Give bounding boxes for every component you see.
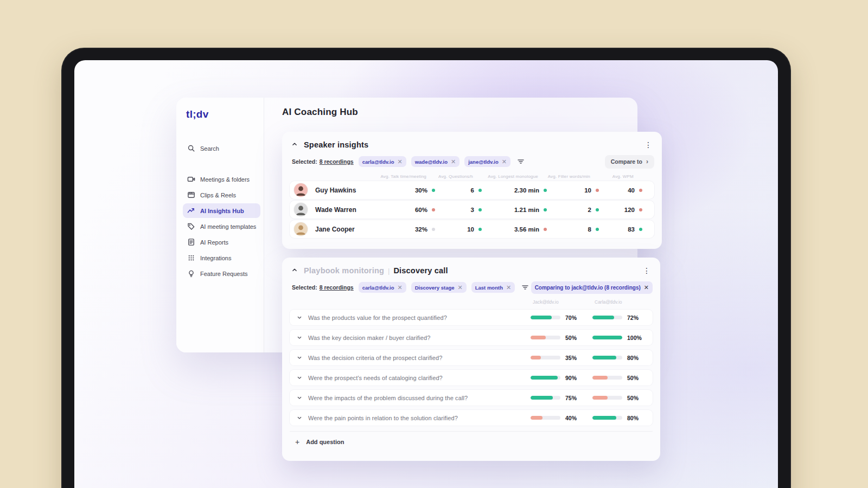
metric-cell: 3: [435, 207, 482, 213]
chevron-down-icon[interactable]: [296, 335, 303, 341]
progress-fill: [531, 316, 552, 319]
close-icon[interactable]: ✕: [397, 158, 402, 165]
question-row[interactable]: Was the decision criteria of the prospec…: [290, 350, 653, 365]
filter-icon[interactable]: [517, 158, 525, 165]
question-row[interactable]: Were the prospect's needs of cataloging …: [290, 370, 653, 386]
compare-to-button[interactable]: Compare to ›: [605, 155, 654, 169]
laptop-screen: tl;dv Search Meetings & foldersClips & R…: [74, 60, 778, 488]
table-row[interactable]: Wade Warren60%31.21 min2120: [290, 201, 654, 219]
filter-chip[interactable]: wade@tldv.io✕: [411, 156, 460, 167]
column-header: Avg. Filler words/min: [547, 174, 599, 179]
chevron-down-icon[interactable]: [296, 314, 303, 321]
question-text: Were the pain points in relation to the …: [308, 415, 531, 421]
add-question-button[interactable]: + Add question: [290, 431, 653, 447]
sidebar-item-feature-requests[interactable]: Feature Requests: [183, 266, 260, 281]
add-question-label: Add question: [306, 439, 344, 445]
speaker-column-headers: Avg. Talk time/meetingAvg. Questions/hAv…: [290, 173, 654, 179]
close-icon[interactable]: ✕: [644, 284, 649, 291]
sidebar-item-clips-reels[interactable]: Clips & Reels: [183, 188, 260, 202]
table-row[interactable]: Guy Hawkins30%62.30 min1040: [290, 181, 654, 199]
question-row[interactable]: Was the products value for the prospect …: [290, 310, 653, 325]
metric-cell: 10: [435, 226, 482, 233]
chevron-down-icon[interactable]: [296, 395, 303, 401]
filter-chip[interactable]: carla@tldv.io✕: [359, 156, 406, 167]
filter-icon[interactable]: [521, 284, 529, 291]
filter-chip[interactable]: Discovery stage✕: [411, 282, 467, 293]
sidebar-item-ai-insights-hub[interactable]: AI Insights Hub: [183, 203, 260, 218]
sidebar-item-ai-meeting-templates[interactable]: AI meeting templates: [183, 219, 260, 234]
close-icon[interactable]: ✕: [458, 284, 463, 291]
table-row[interactable]: Jane Cooper32%103.56 min883: [290, 220, 654, 238]
playbook-title: Discovery call: [393, 266, 448, 275]
search-button[interactable]: Search: [183, 141, 260, 156]
playbook-panel-header: Playbook monitoring | Discovery call ⋮: [290, 264, 653, 277]
video-camera-icon: [187, 175, 195, 183]
metric-value: 2.30 min: [514, 187, 539, 194]
sidebar-item-integrations[interactable]: Integrations: [183, 251, 260, 265]
score-bar-group: 35%: [531, 355, 584, 361]
close-icon[interactable]: ✕: [397, 284, 402, 291]
grid-dots-icon: [187, 254, 195, 262]
chevron-down-icon[interactable]: [296, 355, 303, 361]
filter-chip[interactable]: carla@tldv.io✕: [359, 282, 406, 293]
close-icon[interactable]: ✕: [451, 158, 456, 165]
progress-bar: [531, 396, 560, 400]
score-value: 50%: [627, 375, 645, 381]
comparing-chip[interactable]: Comparing to jack@tldv.io (8 recordings)…: [531, 281, 653, 294]
metric-value: 3: [471, 207, 474, 213]
sidebar-item-label: Meetings & folders: [200, 176, 250, 183]
progress-bar: [531, 356, 560, 359]
score-bar-group: 75%: [531, 395, 584, 401]
speaker-name: Guy Hawkins: [315, 187, 374, 194]
sidebar-item-ai-reports[interactable]: AI Reports: [183, 235, 260, 249]
chevron-down-icon[interactable]: [296, 415, 303, 421]
question-row[interactable]: Were the pain points in relation to the …: [290, 410, 653, 426]
question-row[interactable]: Was the key decision maker / buyer clari…: [290, 330, 653, 345]
question-row[interactable]: Were the impacts of the problem discusse…: [290, 390, 653, 406]
laptop-frame: tl;dv Search Meetings & foldersClips & R…: [61, 48, 791, 488]
speaker-panel-header: Speaker insights ⋮: [290, 138, 654, 151]
close-icon[interactable]: ✕: [502, 158, 507, 165]
score-bar-group: 90%: [531, 375, 584, 381]
metric-value: 40: [628, 187, 635, 194]
metric-cell: 32%: [374, 226, 435, 233]
score-value: 80%: [627, 355, 645, 361]
metric-value: 120: [624, 207, 635, 213]
selected-count-link[interactable]: 8 recordings: [320, 158, 354, 165]
filter-chip-label: carla@tldv.io: [362, 159, 394, 165]
speaker-table: Guy Hawkins30%62.30 min1040Wade Warren60…: [290, 181, 654, 238]
filter-chip-label: carla@tldv.io: [362, 285, 394, 291]
avatar: [294, 183, 308, 197]
metric-cell: 6: [435, 187, 482, 194]
title-separator: |: [388, 267, 390, 275]
metric-value: 2: [588, 207, 591, 213]
chevron-down-icon[interactable]: [296, 375, 303, 381]
metric-value: 30%: [415, 187, 427, 194]
column-header: Avg. Talk time/meeting: [374, 174, 435, 179]
pulse-chart-icon: [187, 207, 195, 215]
metric-cell: 8: [547, 226, 599, 233]
filter-chip[interactable]: Last month✕: [471, 282, 515, 293]
kebab-menu-icon[interactable]: ⋮: [641, 266, 653, 275]
question-text: Was the decision criteria of the prospec…: [308, 355, 531, 361]
selected-count-link[interactable]: 8 recordings: [320, 284, 354, 291]
sidebar-item-label: AI meeting templates: [200, 223, 256, 230]
filter-chip-label: wade@tldv.io: [415, 159, 448, 165]
collapse-chevron-up-icon[interactable]: [291, 140, 299, 149]
score-bar-group: 80%: [592, 415, 646, 421]
kebab-menu-icon[interactable]: ⋮: [642, 140, 654, 150]
question-text: Were the prospect's needs of cataloging …: [308, 375, 531, 381]
avatar: [294, 203, 308, 216]
search-icon: [187, 144, 195, 152]
close-icon[interactable]: ✕: [506, 284, 511, 291]
sidebar-item-meetings-folders[interactable]: Meetings & folders: [183, 172, 260, 187]
sidebar-item-label: Clips & Reels: [200, 192, 236, 198]
collapse-chevron-up-icon[interactable]: [291, 266, 299, 275]
progress-fill: [592, 356, 616, 359]
score-value: 80%: [627, 415, 645, 421]
progress-fill: [592, 396, 608, 400]
score-value: 75%: [565, 395, 583, 401]
filter-chip-label: jane@tldv.io: [468, 159, 499, 165]
progress-bar: [592, 336, 622, 339]
filter-chip[interactable]: jane@tldv.io✕: [464, 156, 510, 167]
